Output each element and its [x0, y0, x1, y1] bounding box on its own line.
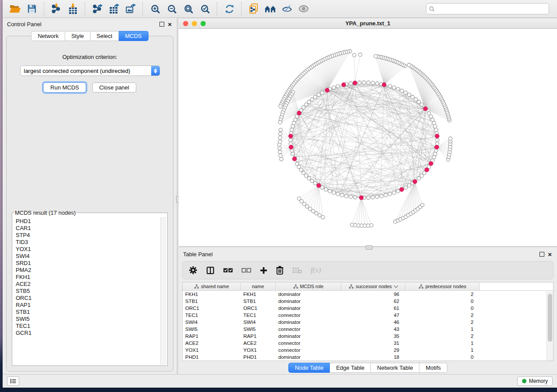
- cell-shared-name[interactable]: STB1: [183, 298, 241, 305]
- table-row[interactable]: ACE2ACE2connector311: [183, 340, 553, 347]
- graph-node[interactable]: [436, 138, 439, 142]
- graph-node[interactable]: [404, 91, 407, 94]
- graph-node[interactable]: [414, 98, 418, 101]
- mcds-result-item[interactable]: SWI5: [16, 316, 166, 323]
- search-input[interactable]: [436, 5, 546, 12]
- cell-name[interactable]: SWI4: [241, 319, 276, 326]
- graph-node[interactable]: [374, 55, 377, 58]
- graph-node[interactable]: [278, 140, 282, 143]
- table-row[interactable]: RAP1RAP1dominator352: [183, 333, 553, 340]
- cell-shared-name[interactable]: PHD1: [183, 354, 241, 361]
- cell-shared-name[interactable]: RAP1: [183, 333, 241, 340]
- graph-node[interactable]: [375, 195, 379, 199]
- graph-hub-node[interactable]: [289, 145, 294, 149]
- table-panel-close-button[interactable]: ×: [546, 252, 554, 256]
- graph-node[interactable]: [367, 196, 370, 199]
- network-canvas[interactable]: [179, 29, 557, 246]
- graph-node[interactable]: [353, 196, 357, 199]
- cell-name[interactable]: ORC1: [241, 305, 276, 312]
- graph-hub-node[interactable]: [429, 162, 433, 166]
- graph-hub-node[interactable]: [297, 111, 301, 115]
- cell-name[interactable]: YOX1: [241, 347, 276, 354]
- graph-node[interactable]: [353, 53, 356, 57]
- cell-successor-nodes[interactable]: 96: [341, 291, 405, 298]
- export-image-button[interactable]: [122, 2, 139, 16]
- graph-node[interactable]: [307, 100, 311, 103]
- mcds-result-item[interactable]: TEC1: [16, 323, 166, 330]
- save-button[interactable]: [24, 2, 40, 16]
- graph-node[interactable]: [278, 147, 281, 150]
- graph-node[interactable]: [292, 121, 296, 125]
- cell-successor-nodes[interactable]: 29: [341, 347, 405, 354]
- graph-hub-node[interactable]: [435, 134, 439, 138]
- cell-successor-nodes[interactable]: 18: [341, 354, 405, 361]
- table-row[interactable]: SWI5SWI5connector431: [183, 326, 553, 333]
- table-row[interactable]: SWI4SWI4dominator462: [183, 319, 553, 326]
- graph-node[interactable]: [332, 86, 336, 89]
- cell-successor-nodes[interactable]: 46: [341, 319, 405, 326]
- graph-node[interactable]: [420, 174, 423, 177]
- table-tab-node-table[interactable]: Node Table: [288, 363, 330, 373]
- graph-hub-node[interactable]: [353, 81, 357, 85]
- deselect-all-button[interactable]: [242, 267, 251, 273]
- graph-node[interactable]: [417, 176, 421, 180]
- table-panel-float-button[interactable]: [538, 252, 546, 257]
- graph-node[interactable]: [388, 85, 392, 88]
- mcds-result-item[interactable]: PHD1: [16, 218, 166, 225]
- graph-node[interactable]: [304, 174, 308, 177]
- graph-node[interactable]: [328, 189, 332, 193]
- cell-shared-name[interactable]: SWI4: [183, 319, 241, 326]
- mcds-list-scrollbar[interactable]: [160, 217, 166, 364]
- graph-node[interactable]: [380, 194, 383, 198]
- graph-node[interactable]: [310, 98, 314, 101]
- graph-node[interactable]: [384, 193, 387, 197]
- graph-node[interactable]: [302, 171, 305, 175]
- graph-node[interactable]: [278, 136, 282, 139]
- mcds-result-item[interactable]: GCR1: [16, 330, 166, 337]
- column-header-shared-name[interactable]: shared name: [183, 282, 241, 291]
- graph-node[interactable]: [367, 81, 370, 84]
- graph-node[interactable]: [321, 216, 325, 219]
- table-row[interactable]: PHD1PHD1dominator180: [183, 354, 553, 361]
- tab-select[interactable]: Select: [90, 31, 119, 41]
- graph-hub-node[interactable]: [359, 196, 363, 200]
- graph-node[interactable]: [433, 124, 437, 128]
- mcds-result-item[interactable]: RAP1: [16, 302, 166, 309]
- graph-node[interactable]: [278, 120, 282, 124]
- graph-node[interactable]: [308, 207, 312, 211]
- graph-node[interactable]: [400, 89, 404, 93]
- graph-node[interactable]: [317, 93, 320, 96]
- mcds-result-item[interactable]: ORC1: [16, 295, 166, 302]
- vizmapper-button[interactable]: [279, 2, 295, 16]
- graph-hub-node[interactable]: [382, 83, 387, 87]
- graph-node[interactable]: [408, 184, 411, 187]
- cell-successor-nodes[interactable]: 62: [341, 298, 405, 305]
- graph-node[interactable]: [311, 210, 315, 213]
- tab-mcds[interactable]: MCDS: [119, 31, 148, 41]
- cell-MCDS-role[interactable]: connector: [276, 326, 341, 333]
- graph-node[interactable]: [407, 63, 411, 67]
- cell-MCDS-role[interactable]: connector: [276, 347, 341, 354]
- graph-node[interactable]: [278, 150, 282, 154]
- cell-successor-nodes[interactable]: 61: [341, 305, 405, 312]
- cell-name[interactable]: STB1: [241, 298, 276, 305]
- graph-node[interactable]: [362, 81, 366, 84]
- cell-predecessor-nodes[interactable]: 1: [405, 326, 480, 333]
- graph-node[interactable]: [321, 91, 324, 94]
- cell-predecessor-nodes[interactable]: 0: [405, 298, 480, 305]
- cell-predecessor-nodes[interactable]: 2: [405, 312, 480, 319]
- cell-predecessor-nodes[interactable]: 2: [405, 333, 480, 340]
- graph-node[interactable]: [321, 186, 324, 189]
- graph-node[interactable]: [279, 154, 282, 157]
- mcds-result-item[interactable]: SWI4: [16, 253, 166, 260]
- table-tab-network-table[interactable]: Network Table: [371, 363, 419, 373]
- cell-name[interactable]: RAP1: [241, 333, 276, 340]
- table-row[interactable]: STB1STB1dominator620: [183, 298, 553, 305]
- cell-shared-name[interactable]: FKH1: [183, 291, 241, 298]
- cell-predecessor-nodes[interactable]: 2: [405, 291, 480, 298]
- mcds-result-item[interactable]: FKH1: [16, 274, 166, 281]
- graph-node[interactable]: [427, 112, 431, 115]
- cell-shared-name[interactable]: SWI5: [183, 326, 241, 333]
- graph-hub-node[interactable]: [317, 183, 321, 188]
- tab-style[interactable]: Style: [65, 31, 90, 41]
